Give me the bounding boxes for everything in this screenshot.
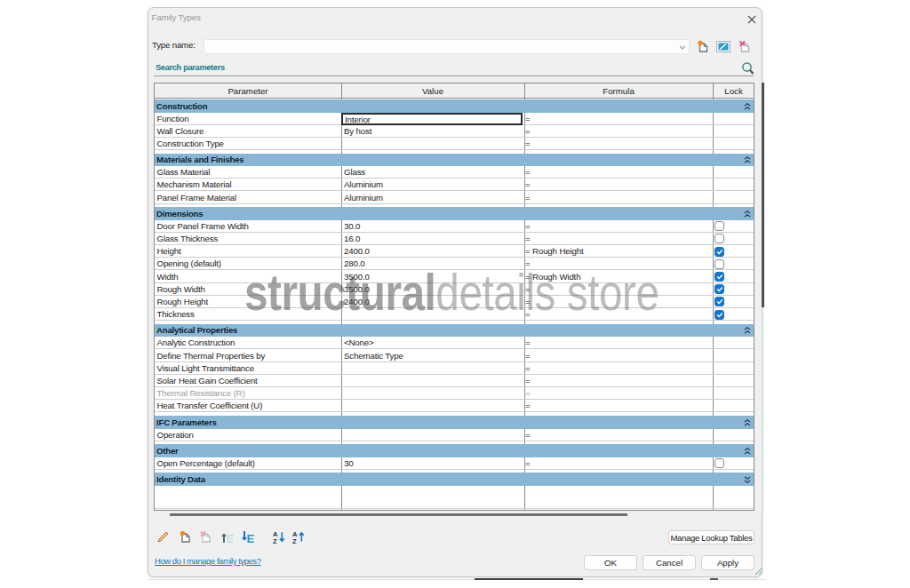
svg-text:E: E [247, 532, 254, 544]
svg-text:Z: Z [292, 537, 297, 544]
svg-text:Z: Z [273, 537, 277, 544]
svg-text:E: E [227, 533, 234, 544]
